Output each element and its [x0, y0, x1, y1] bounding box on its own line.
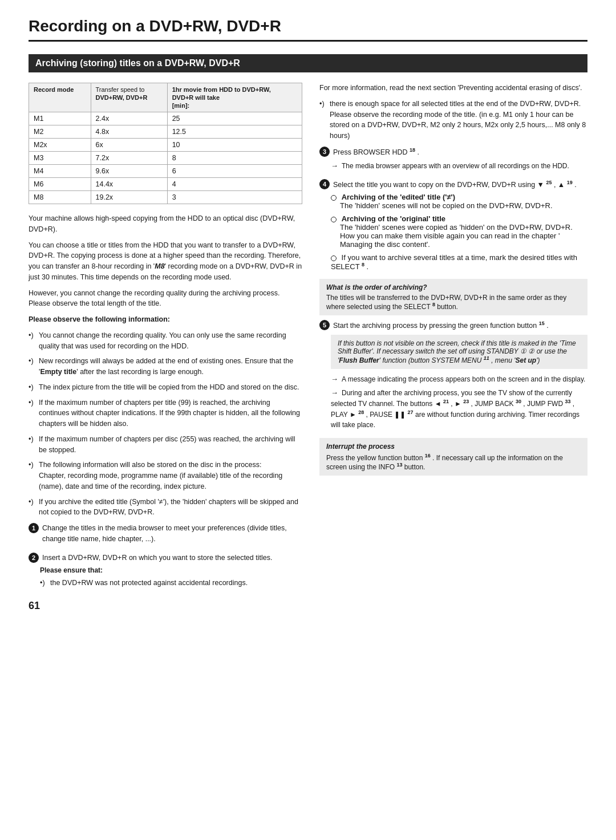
- what-is-order-box: What is the order of archiving? The titl…: [319, 279, 587, 315]
- table-cell: 25: [167, 112, 302, 125]
- list-item: The following information will also be s…: [29, 460, 302, 492]
- table-cell: 3: [167, 191, 302, 204]
- list-item: there is enough space for all selected t…: [319, 99, 587, 141]
- section-header: Archiving (storing) titles on a DVD+RW, …: [29, 54, 587, 72]
- step-1: 1 Change the titles in the media browser…: [29, 523, 302, 545]
- body-para-3: However, you cannot change the recording…: [29, 288, 302, 310]
- step-number-2: 2: [29, 553, 39, 563]
- step-number-5: 5: [319, 320, 330, 330]
- step-number-3: 3: [319, 147, 330, 157]
- table-cell: 10: [167, 139, 302, 152]
- table-cell: 8: [167, 152, 302, 165]
- step-5-gray-box: If this button is not visible on the scr…: [331, 335, 587, 369]
- table-cell: 7.2x: [91, 152, 167, 165]
- step-4-sub-original: Archiving of the 'original' title The 'h…: [331, 214, 587, 249]
- page-title: Recording on a DVD+RW, DVD+R: [29, 17, 587, 42]
- interrupt-box: Interrupt the process Press the yellow f…: [319, 438, 587, 476]
- table-cell: 6x: [91, 139, 167, 152]
- step-4-sub-edited: Archiving of the 'edited' title ('≠') Th…: [331, 193, 587, 210]
- table-cell: 4.8x: [91, 125, 167, 139]
- hollow-circle-icon-2: [331, 217, 337, 222]
- step-number-1: 1: [29, 523, 39, 533]
- table-cell: 2.4x: [91, 112, 167, 125]
- interrupt-text: Press the yellow function button 16 . If…: [326, 453, 581, 471]
- table-cell: M1: [29, 112, 91, 125]
- step-4-extra: If you want to archive several titles at…: [331, 253, 587, 271]
- table-cell: 12.5: [167, 125, 302, 139]
- list-item: If the maximum number of chapters per ti…: [29, 397, 302, 429]
- col-header-record-mode: Record mode: [29, 83, 91, 112]
- step-3-text: Press BROWSER HDD 18 .: [333, 147, 587, 158]
- body-para-2: You can choose a title or titles from th…: [29, 240, 302, 283]
- table-cell: M2x: [29, 139, 91, 152]
- hollow-circle-icon: [331, 195, 337, 201]
- table-cell: M2: [29, 125, 91, 139]
- right-intro: For more information, read the next sect…: [319, 83, 587, 94]
- interrupt-title: Interrupt the process: [326, 443, 581, 451]
- col-header-transfer-speed: Transfer speed toDVD+RW, DVD+R: [91, 83, 167, 112]
- list-item: the DVD+RW was not protected against acc…: [40, 578, 302, 589]
- step-3-arrow: →The media browser appears with an overv…: [331, 160, 587, 172]
- step-1-text: Change the titles in the media browser t…: [42, 523, 302, 545]
- please-observe-title: Please observe the following information…: [29, 314, 302, 325]
- table-cell: M6: [29, 178, 91, 191]
- list-item: You cannot change the recording quality.…: [29, 330, 302, 352]
- table-cell: 9.6x: [91, 165, 167, 178]
- list-item: The index picture from the title will be…: [29, 382, 302, 393]
- table-cell: 6: [167, 165, 302, 178]
- step-5-text: Start the archiving process by pressing …: [333, 320, 587, 331]
- page-number: 61: [29, 600, 302, 612]
- list-item: New recordings will always be added at t…: [29, 356, 302, 378]
- step-4: 4 Select the title you want to copy on t…: [319, 179, 587, 271]
- step-4-text: Select the title you want to copy on the…: [333, 179, 587, 190]
- body-para-1: Your machine allows high-speed copying f…: [29, 213, 302, 235]
- step-2-sub: Please ensure that: the DVD+RW was not p…: [40, 565, 302, 589]
- step-5-arrow-1: →A message indicating the process appear…: [331, 374, 587, 385]
- step-2: 2 Insert a DVD+RW, DVD+R on which you wa…: [29, 553, 302, 589]
- list-item: If you archive the edited title (Symbol …: [29, 497, 302, 518]
- list-item: If the maximum number of chapters per di…: [29, 434, 302, 456]
- table-cell: 14.4x: [91, 178, 167, 191]
- step-5-arrow-2: →During and after the archiving process,…: [331, 387, 587, 431]
- step-5: 5 Start the archiving process by pressin…: [319, 320, 587, 430]
- step-number-4: 4: [319, 179, 330, 189]
- table-cell: M3: [29, 152, 91, 165]
- order-text: The titles will be transferred to the DV…: [326, 294, 581, 311]
- left-column: Record mode Transfer speed toDVD+RW, DVD…: [29, 83, 302, 612]
- hollow-circle-icon-3: [331, 255, 337, 261]
- table-cell: 4: [167, 178, 302, 191]
- table-cell: M4: [29, 165, 91, 178]
- col-header-time: 1hr movie from HDD to DVD+RW,DVD+R will …: [167, 83, 302, 112]
- step-2-text: Insert a DVD+RW, DVD+R on which you want…: [42, 553, 302, 563]
- right-bullet-list: there is enough space for all selected t…: [319, 99, 587, 141]
- record-table: Record mode Transfer speed toDVD+RW, DVD…: [29, 83, 302, 204]
- table-cell: 19.2x: [91, 191, 167, 204]
- order-title: What is the order of archiving?: [326, 283, 581, 291]
- step-3: 3 Press BROWSER HDD 18 . →The media brow…: [319, 147, 587, 171]
- table-cell: M8: [29, 191, 91, 204]
- right-column: For more information, read the next sect…: [319, 83, 587, 612]
- bullet-list: You cannot change the recording quality.…: [29, 330, 302, 518]
